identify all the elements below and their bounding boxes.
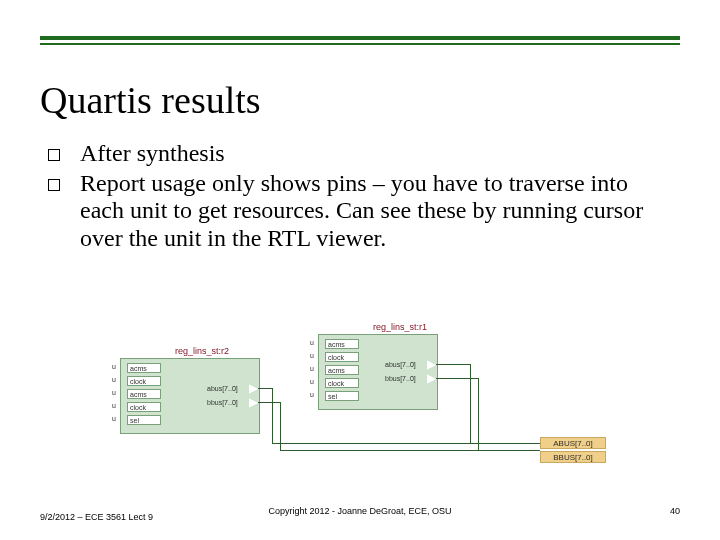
footer-center: Copyright 2012 - Joanne DeGroat, ECE, OS…	[0, 506, 720, 516]
pin-tick: u	[310, 378, 314, 385]
port-cell: clock	[325, 378, 359, 388]
port-cell: clock	[127, 402, 161, 412]
block-label: reg_lins_st:r1	[373, 322, 427, 332]
wire	[280, 450, 540, 451]
wire	[258, 388, 272, 389]
bullet-marker	[48, 149, 60, 161]
pin-tick: u	[112, 415, 116, 422]
output-buffer-icon	[249, 398, 259, 408]
port-cell: sel	[325, 391, 359, 401]
port-cell: clock	[127, 376, 161, 386]
output-buffer-icon	[427, 360, 437, 370]
wire	[258, 402, 280, 403]
pin-tick: u	[112, 389, 116, 396]
pin-tick: u	[310, 352, 314, 359]
bus-label: ABUS[7..0]	[540, 437, 606, 449]
slide-title: Quartis results	[40, 78, 261, 122]
diagram-block: acms clock acms clock sel abus[7..0] bbu…	[318, 334, 438, 410]
port-right: bbus[7..0]	[207, 399, 238, 406]
output-buffer-icon	[427, 374, 437, 384]
pin-tick: u	[112, 376, 116, 383]
port-cell: acms	[325, 339, 359, 349]
block-label: reg_lins_st:r2	[175, 346, 229, 356]
pin-tick: u	[310, 391, 314, 398]
port-cell: acms	[127, 389, 161, 399]
bullet-item: After synthesis	[48, 140, 670, 168]
output-buffer-icon	[249, 384, 259, 394]
bus-label: BBUS[7..0]	[540, 451, 606, 463]
bullet-item: Report usage only shows pins – you have …	[48, 170, 670, 253]
port-cell: acms	[325, 365, 359, 375]
diagram-block: acms clock acms clock sel abus[7..0] bbu…	[120, 358, 260, 434]
wire	[272, 388, 273, 443]
pin-tick: u	[310, 365, 314, 372]
title-rules	[40, 32, 680, 45]
port-cell: clock	[325, 352, 359, 362]
bullet-text: After synthesis	[80, 140, 670, 168]
pin-tick: u	[310, 339, 314, 346]
port-right: abus[7..0]	[207, 385, 238, 392]
port-cell: sel	[127, 415, 161, 425]
bullet-list: After synthesis Report usage only shows …	[48, 140, 670, 254]
port-right: abus[7..0]	[385, 361, 416, 368]
pin-tick: u	[112, 363, 116, 370]
bullet-marker	[48, 179, 60, 191]
wire	[436, 364, 470, 365]
slide-number: 40	[670, 506, 680, 516]
wire	[280, 402, 281, 450]
wire	[272, 443, 540, 444]
port-right: bbus[7..0]	[385, 375, 416, 382]
pin-tick: u	[112, 402, 116, 409]
port-cell: acms	[127, 363, 161, 373]
bullet-text: Report usage only shows pins – you have …	[80, 170, 670, 253]
wire	[470, 364, 471, 443]
wire	[436, 378, 478, 379]
wire	[478, 378, 479, 450]
